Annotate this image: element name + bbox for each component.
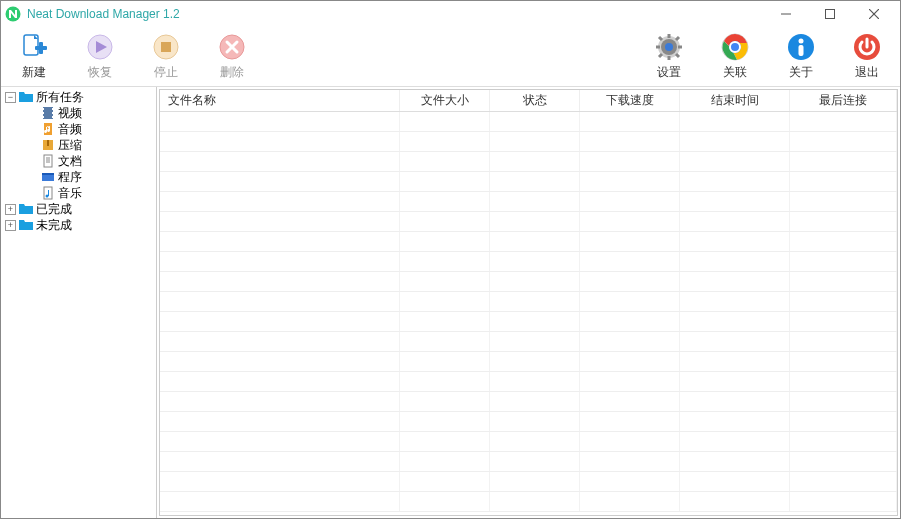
program-icon: [40, 169, 56, 185]
svg-line-22: [676, 54, 679, 57]
svg-line-21: [659, 37, 662, 40]
table-row: [160, 192, 897, 212]
table-row: [160, 492, 897, 512]
delete-label: 删除: [220, 64, 244, 81]
new-button[interactable]: 新建: [11, 32, 57, 81]
category-tree: − 所有任务 视频 音频 压缩 文档 程序: [1, 87, 157, 518]
delete-button[interactable]: 删除: [209, 32, 255, 81]
table-row: [160, 472, 897, 492]
table-row: [160, 352, 897, 372]
svg-rect-32: [43, 107, 53, 119]
table-row: [160, 292, 897, 312]
folder-icon: [18, 201, 34, 217]
table-row: [160, 452, 897, 472]
audio-icon: [40, 121, 56, 137]
archive-icon: [40, 137, 56, 153]
table-row: [160, 432, 897, 452]
maximize-button[interactable]: [808, 1, 852, 27]
collapse-icon[interactable]: −: [5, 92, 16, 103]
app-icon: [5, 6, 21, 22]
tree-music-label: 音乐: [58, 185, 82, 201]
col-speed[interactable]: 下载速度: [580, 90, 680, 111]
table-row: [160, 212, 897, 232]
svg-point-29: [799, 39, 804, 44]
exit-button[interactable]: 退出: [844, 32, 890, 81]
tree-archive-label: 压缩: [58, 137, 82, 153]
svg-rect-10: [161, 42, 171, 52]
folder-icon: [18, 89, 34, 105]
video-icon: [40, 105, 56, 121]
new-icon: [19, 32, 49, 62]
tree-incomplete-label: 未完成: [36, 217, 72, 233]
tree-archive[interactable]: 压缩: [1, 137, 156, 153]
stop-icon: [151, 32, 181, 62]
gear-icon: [654, 32, 684, 62]
svg-rect-38: [52, 116, 54, 118]
svg-rect-42: [44, 155, 52, 167]
tree-completed[interactable]: + 已完成: [1, 201, 156, 217]
tree-music[interactable]: 音乐: [1, 185, 156, 201]
svg-rect-34: [42, 112, 44, 114]
chrome-icon: [720, 32, 750, 62]
about-button[interactable]: 关于: [778, 32, 824, 81]
table-row: [160, 112, 897, 132]
svg-line-24: [676, 37, 679, 40]
close-button[interactable]: [852, 1, 896, 27]
svg-rect-30: [799, 45, 804, 56]
content-area: − 所有任务 视频 音频 压缩 文档 程序: [1, 87, 900, 518]
link-button[interactable]: 关联: [712, 32, 758, 81]
delete-icon: [217, 32, 247, 62]
minimize-button[interactable]: [764, 1, 808, 27]
tree-all-tasks[interactable]: − 所有任务: [1, 89, 156, 105]
svg-rect-33: [42, 108, 44, 110]
table-row: [160, 272, 897, 292]
table-row: [160, 252, 897, 272]
table-header: 文件名称 文件大小 状态 下载速度 结束时间 最后连接: [160, 90, 897, 112]
tree-program[interactable]: 程序: [1, 169, 156, 185]
svg-point-16: [665, 43, 673, 51]
table-row: [160, 332, 897, 352]
toolbar: 新建 恢复 停止 删除 设置: [1, 27, 900, 87]
music-icon: [40, 185, 56, 201]
expand-icon[interactable]: +: [5, 220, 16, 231]
col-status[interactable]: 状态: [490, 90, 580, 111]
svg-rect-41: [47, 140, 49, 146]
titlebar: Neat Download Manager 1.2: [1, 1, 900, 27]
settings-label: 设置: [657, 64, 681, 81]
table-row: [160, 392, 897, 412]
table-row: [160, 132, 897, 152]
col-lastconn[interactable]: 最后连接: [790, 90, 897, 111]
tree-document[interactable]: 文档: [1, 153, 156, 169]
table-body[interactable]: [160, 112, 897, 515]
svg-line-23: [659, 54, 662, 57]
table-row: [160, 172, 897, 192]
col-filename[interactable]: 文件名称: [160, 90, 400, 111]
tree-incomplete[interactable]: + 未完成: [1, 217, 156, 233]
tree-completed-label: 已完成: [36, 201, 72, 217]
stop-button[interactable]: 停止: [143, 32, 189, 81]
resume-label: 恢复: [88, 64, 112, 81]
expand-icon[interactable]: +: [5, 204, 16, 215]
tree-audio[interactable]: 音频: [1, 121, 156, 137]
document-icon: [40, 153, 56, 169]
svg-point-27: [730, 42, 740, 52]
tree-video[interactable]: 视频: [1, 105, 156, 121]
info-icon: [786, 32, 816, 62]
col-filesize[interactable]: 文件大小: [400, 90, 490, 111]
tree-all-label: 所有任务: [36, 89, 84, 105]
table-row: [160, 152, 897, 172]
new-label: 新建: [22, 64, 46, 81]
app-title: Neat Download Manager 1.2: [27, 7, 764, 21]
svg-rect-39: [44, 123, 52, 135]
svg-rect-37: [52, 112, 54, 114]
table-row: [160, 372, 897, 392]
svg-rect-7: [39, 42, 43, 54]
tree-document-label: 文档: [58, 153, 82, 169]
power-icon: [852, 32, 882, 62]
col-endtime[interactable]: 结束时间: [680, 90, 790, 111]
svg-rect-2: [826, 10, 835, 19]
about-label: 关于: [789, 64, 813, 81]
stop-label: 停止: [154, 64, 178, 81]
settings-button[interactable]: 设置: [646, 32, 692, 81]
resume-button[interactable]: 恢复: [77, 32, 123, 81]
